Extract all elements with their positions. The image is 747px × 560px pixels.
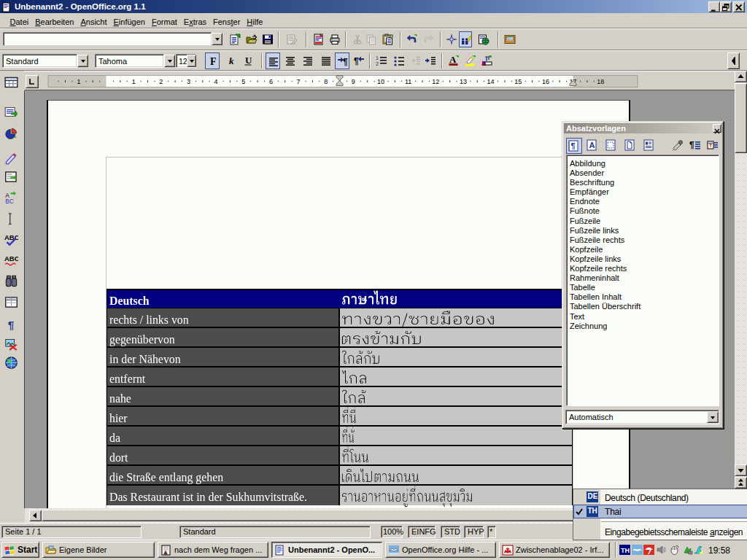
svg-text:TH: TH: [621, 547, 630, 554]
svg-text:¶: ¶: [571, 141, 576, 150]
svg-text:A: A: [589, 141, 595, 149]
svg-text:¶: ¶: [689, 140, 694, 150]
